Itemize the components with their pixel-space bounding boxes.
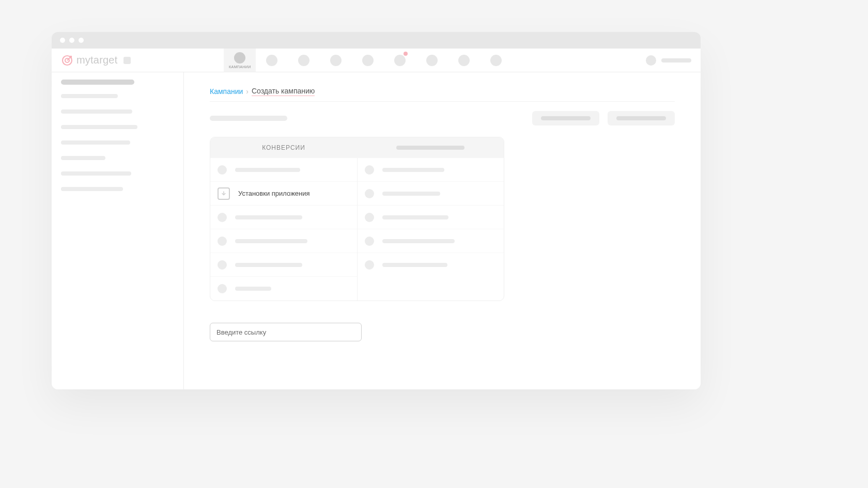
tab-conversions-label: Конверсии <box>262 144 305 151</box>
sidebar-item[interactable] <box>61 140 130 145</box>
campaign-goals-box: Конверсии <box>210 137 504 301</box>
nav-circle-icon <box>394 55 406 66</box>
goal-item[interactable] <box>210 277 357 301</box>
goals-col-right <box>358 158 504 301</box>
nav-item-4[interactable] <box>320 49 352 72</box>
sidebar-item[interactable] <box>61 125 137 129</box>
user-menu[interactable] <box>646 55 701 66</box>
goal-circle-icon <box>365 165 374 175</box>
nav-item-5[interactable] <box>352 49 384 72</box>
goal-app-installs-label: Установки приложения <box>238 190 310 197</box>
goal-circle-icon <box>365 213 374 222</box>
window-titlebar <box>52 32 701 49</box>
nav-circle-icon <box>234 52 245 64</box>
notification-dot-icon <box>404 52 408 56</box>
goal-item[interactable] <box>358 158 504 182</box>
nav-circle-icon <box>266 55 277 66</box>
goal-label-placeholder <box>235 215 302 219</box>
logo[interactable]: mytarget <box>52 54 131 67</box>
nav-circle-icon <box>490 55 502 66</box>
breadcrumb-current: Создать кампанию <box>252 87 315 96</box>
breadcrumb-root[interactable]: Кампании <box>210 87 243 96</box>
campaign-goals-tabs: Конверсии <box>210 137 504 158</box>
breadcrumb-separator: › <box>246 87 249 96</box>
nav-campaigns-label: КАМПАНИИ <box>229 65 251 69</box>
sidebar-item[interactable] <box>61 156 105 160</box>
goal-label-placeholder <box>235 263 302 267</box>
goal-circle-icon <box>218 165 227 175</box>
nav-item-6[interactable] <box>384 49 416 72</box>
goal-item[interactable] <box>210 253 357 277</box>
logo-badge-icon <box>123 57 131 64</box>
goal-circle-icon <box>365 260 374 270</box>
sidebar-item[interactable] <box>61 171 131 176</box>
nav-item-7[interactable] <box>416 49 448 72</box>
logo-text: mytarget <box>76 54 117 66</box>
goal-label-placeholder <box>382 263 447 267</box>
window-dot-2[interactable] <box>69 38 74 43</box>
sidebar-item[interactable] <box>61 94 118 98</box>
campaign-name-row <box>210 111 675 125</box>
nav-campaigns[interactable]: КАМПАНИИ <box>224 49 256 72</box>
window-dot-1[interactable] <box>60 38 65 43</box>
user-name-placeholder <box>661 58 691 62</box>
goal-item[interactable] <box>358 229 504 253</box>
goal-label-placeholder <box>235 287 271 291</box>
goal-item[interactable] <box>210 158 357 182</box>
app-window: mytarget КАМПАНИИ <box>52 32 701 389</box>
goal-item[interactable] <box>358 182 504 206</box>
nav-circle-icon <box>458 55 470 66</box>
sidebar-section-title <box>61 80 134 85</box>
nav-circle-icon <box>426 55 438 66</box>
goal-item[interactable] <box>210 229 357 253</box>
goals-col-left: Установки приложения <box>210 158 358 301</box>
pill-option-1[interactable] <box>532 111 599 125</box>
goal-circle-icon <box>218 237 227 246</box>
nav-items: КАМПАНИИ <box>224 49 512 72</box>
goal-label-placeholder <box>382 192 440 196</box>
link-input[interactable]: Введите ссылку <box>210 323 362 341</box>
nav-item-8[interactable] <box>448 49 480 72</box>
goal-circle-icon <box>218 284 227 293</box>
tab-other-placeholder <box>396 146 464 150</box>
goal-label-placeholder <box>382 239 455 243</box>
goal-item[interactable] <box>358 206 504 229</box>
top-nav: mytarget КАМПАНИИ <box>52 49 701 72</box>
breadcrumb: Кампании › Создать кампанию <box>210 87 675 102</box>
nav-circle-icon <box>362 55 374 66</box>
download-icon <box>218 187 230 200</box>
goal-circle-icon <box>365 189 374 198</box>
campaign-name-placeholder <box>210 116 287 121</box>
window-dot-3[interactable] <box>79 38 84 43</box>
main-content: Кампании › Создать кампанию Конверсии <box>184 72 701 389</box>
target-icon <box>61 54 73 67</box>
pill-option-2[interactable] <box>608 111 675 125</box>
avatar-icon <box>646 55 656 66</box>
nav-item-2[interactable] <box>256 49 288 72</box>
goal-item[interactable] <box>358 253 504 277</box>
goal-label-placeholder <box>235 239 307 243</box>
goal-label-placeholder <box>382 215 448 219</box>
tab-other[interactable] <box>357 146 504 150</box>
link-input-placeholder: Введите ссылку <box>216 328 266 336</box>
goal-item[interactable] <box>210 206 357 229</box>
nav-circle-icon <box>298 55 309 66</box>
goal-circle-icon <box>365 237 374 246</box>
goal-label-placeholder <box>235 168 300 172</box>
sidebar-item[interactable] <box>61 109 132 114</box>
goal-label-placeholder <box>382 168 444 172</box>
sidebar-item[interactable] <box>61 187 123 191</box>
goal-circle-icon <box>218 213 227 222</box>
nav-item-9[interactable] <box>480 49 512 72</box>
tab-conversions[interactable]: Конверсии <box>210 144 357 151</box>
sidebar <box>52 72 184 389</box>
goal-app-installs[interactable]: Установки приложения <box>210 182 357 206</box>
nav-circle-icon <box>330 55 342 66</box>
goal-circle-icon <box>218 260 227 270</box>
nav-item-3[interactable] <box>288 49 320 72</box>
